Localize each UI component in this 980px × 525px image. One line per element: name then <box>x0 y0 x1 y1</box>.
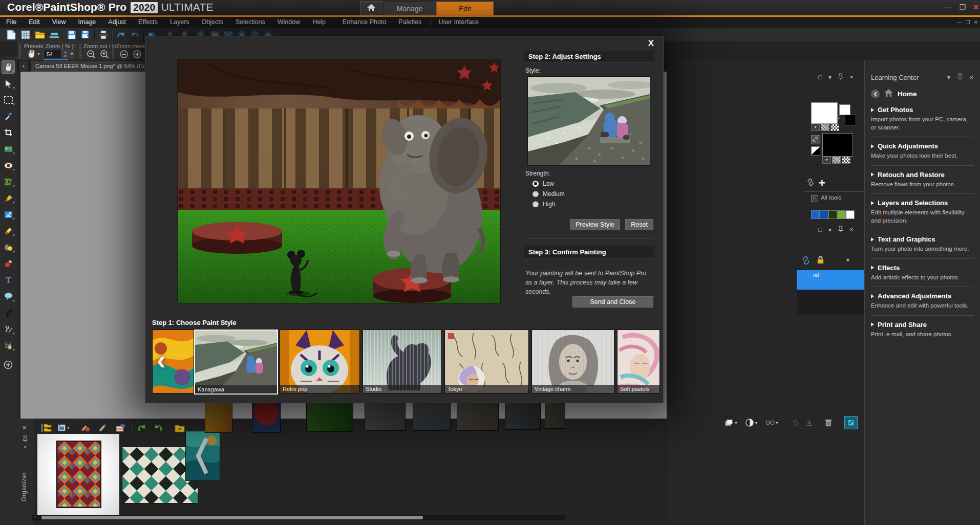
gray-thumbnail[interactable] <box>545 399 565 429</box>
redo-icon[interactable] <box>129 29 141 40</box>
mask-layer-button[interactable]: ▼ <box>745 417 758 428</box>
preview-style-button[interactable]: Preview Style <box>570 219 620 230</box>
pan-tool[interactable]: ▼ <box>2 60 15 74</box>
style-screenshot-thumbnail[interactable] <box>185 431 220 481</box>
background-color-chip[interactable] <box>845 115 856 125</box>
recent-swatch[interactable] <box>837 210 846 219</box>
zoom-more-out-icon[interactable] <box>119 50 129 59</box>
delete-layer-button[interactable] <box>822 417 835 428</box>
scratch-remover-tool[interactable]: ▼ <box>2 175 15 188</box>
pen-tool[interactable] <box>2 306 15 319</box>
lc-section-link[interactable]: Get Photos <box>871 106 974 114</box>
new-layer-button[interactable]: ▼ <box>725 417 738 428</box>
undo-icon[interactable] <box>115 29 126 40</box>
airbrush-tool[interactable] <box>2 257 15 270</box>
organizer-scrollbar[interactable]: ‹ <box>32 515 565 520</box>
lc-section-link[interactable]: Effects <box>871 264 974 272</box>
bg-texture-button[interactable] <box>842 157 850 164</box>
panel-menu-icon[interactable]: ▼ <box>827 227 833 233</box>
organizer-undo-icon[interactable] <box>136 422 148 434</box>
strength-option-high[interactable]: High <box>532 201 654 208</box>
panel-frame-icon[interactable]: ▢ <box>818 227 822 232</box>
crop-tool[interactable] <box>2 126 15 139</box>
eraser-tool[interactable]: ▼ <box>2 224 15 237</box>
close-icon[interactable]: ✕ <box>22 425 27 431</box>
pin-icon[interactable] <box>838 226 843 233</box>
clone-brush-tool[interactable]: ▼ <box>2 208 15 221</box>
menu-help[interactable]: Help <box>306 17 332 28</box>
bg-style-dropdown[interactable]: ▼ <box>822 157 831 164</box>
lc-section-link[interactable]: Retouch and Restore <box>871 171 974 179</box>
style-thumb-soft-pastels[interactable]: Soft pastels <box>617 330 660 393</box>
menu-window[interactable]: Window <box>271 17 306 28</box>
tab-edit[interactable]: Edit <box>436 2 494 15</box>
layer-lock-icon[interactable] <box>817 255 824 267</box>
organizer-redo-icon[interactable] <box>152 422 164 434</box>
style-thumb-kanagawa[interactable]: Kanagawa <box>194 330 278 395</box>
recent-swatch[interactable] <box>828 210 837 219</box>
chevron-down-icon[interactable]: ▼ <box>23 445 27 450</box>
back-icon[interactable] <box>871 90 880 98</box>
add-tools-button[interactable] <box>2 358 15 371</box>
straighten-tool[interactable]: ▼ <box>2 142 15 156</box>
swap-fg-bg-icon[interactable] <box>811 135 820 144</box>
save-as-icon[interactable] <box>80 29 92 40</box>
foreground-swatch[interactable] <box>811 102 838 124</box>
reset-button[interactable]: Reset <box>625 219 653 230</box>
strength-option-medium[interactable]: Medium <box>532 190 654 198</box>
open-folder-icon[interactable] <box>34 29 46 40</box>
callout-tool[interactable]: ▼ <box>2 290 15 303</box>
radio-icon[interactable] <box>532 201 539 207</box>
pick-tool[interactable]: ▼ <box>2 77 15 90</box>
close-icon[interactable]: ✕ <box>849 227 854 232</box>
pin-icon[interactable] <box>838 73 843 81</box>
red-eye-tool[interactable]: ▼ <box>2 159 15 172</box>
visibility-glasses-button[interactable]: ▼ <box>765 417 779 428</box>
merge-layers-button[interactable] <box>802 417 816 428</box>
lc-section-link[interactable]: Print and Share <box>871 321 974 329</box>
style-thumb-tokyo[interactable]: Tokyo <box>444 330 529 393</box>
link-layers-button[interactable] <box>789 417 802 428</box>
new-image-icon[interactable] <box>5 29 17 40</box>
menu-adjust[interactable]: Adjust <box>102 17 132 28</box>
panel-menu-icon[interactable]: ▼ <box>946 75 951 80</box>
kilim-thumbnail[interactable] <box>56 441 101 508</box>
tab-manage[interactable]: Manage <box>383 2 436 15</box>
menu-effects[interactable]: Effects <box>132 17 164 28</box>
style-thumb-abstract[interactable]: ‹ <box>152 330 194 393</box>
all-tools-checkbox[interactable]: ✓ <box>811 195 818 202</box>
scroll-left-icon[interactable]: ‹ <box>34 514 36 519</box>
selected-layer-row[interactable]: nd <box>797 270 864 290</box>
document-tab[interactable]: Carrara 53 EEEK Mouse 1.png* @ 54% (Copy… <box>31 61 162 72</box>
lc-section-link[interactable]: Layers and Selections <box>871 199 974 207</box>
radio-icon[interactable] <box>532 191 539 197</box>
bg-gradient-button[interactable] <box>832 157 841 164</box>
mono-swatch[interactable] <box>811 146 820 156</box>
doc-close-icon[interactable]: ✕ <box>974 17 978 28</box>
minimize-button[interactable]: — <box>942 2 954 12</box>
scan-import-icon[interactable] <box>48 29 60 40</box>
menu-view[interactable]: View <box>46 17 72 28</box>
lc-section-link[interactable]: Quick Adjustments <box>871 142 974 150</box>
send-and-close-button[interactable]: Send and Close <box>572 296 653 308</box>
organizer-brush1-icon[interactable] <box>79 422 92 434</box>
fg-style-dropdown[interactable]: ▼ <box>811 124 820 131</box>
style-thumb-studio[interactable]: Studio <box>363 330 442 393</box>
menu-objects[interactable]: Objects <box>196 17 229 28</box>
background-swatch[interactable] <box>822 133 853 157</box>
organizer-open-image-icon[interactable] <box>174 422 186 434</box>
menu-edit[interactable]: Edit <box>23 17 46 28</box>
save-icon[interactable] <box>66 29 77 40</box>
organizer-view-list-icon[interactable]: ▼ <box>58 422 70 434</box>
lighten-darken-tool[interactable]: ▼ <box>2 240 15 254</box>
restore-button[interactable]: ❐ <box>956 2 969 12</box>
add-swatch-icon[interactable]: + <box>819 177 825 190</box>
pin-icon[interactable] <box>957 73 963 81</box>
tab-scroll-left-icon[interactable]: ‹ <box>19 61 28 71</box>
dialog-close-button[interactable]: X <box>648 38 654 49</box>
link-style-icon[interactable] <box>806 178 815 188</box>
lc-section-link[interactable]: Advanced Adjustments <box>871 292 974 300</box>
zoom-in-icon[interactable] <box>100 50 109 59</box>
dropper-tool[interactable] <box>2 110 15 123</box>
menu-file[interactable]: File <box>0 17 23 28</box>
